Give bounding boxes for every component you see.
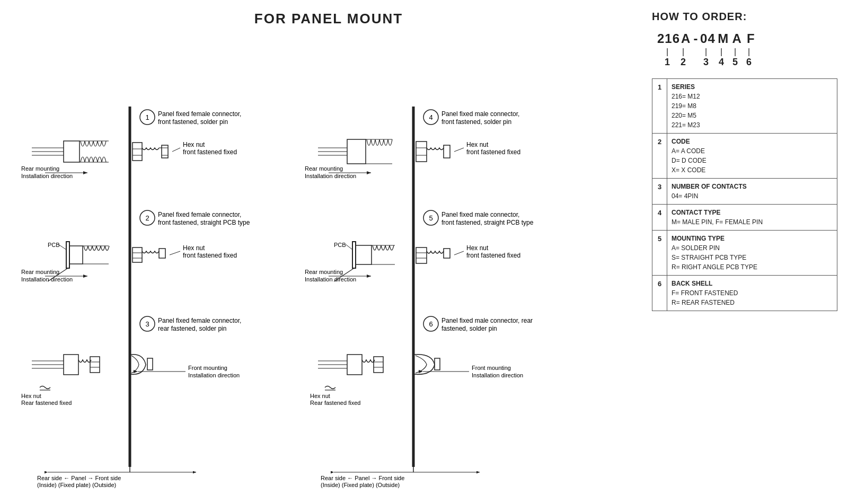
svg-text:3: 3 [145, 320, 149, 328]
svg-text:front fastened, solder pin: front fastened, solder pin [441, 118, 511, 126]
svg-text:Installation direction: Installation direction [188, 372, 240, 378]
svg-text:6: 6 [429, 320, 432, 328]
svg-text:(Inside)    (Fixed plate)  (Ou: (Inside) (Fixed plate) (Outside) [37, 482, 116, 488]
how-to-order-title: HOW TO ORDER: [652, 11, 837, 23]
code-char-1: 216 [657, 31, 680, 46]
svg-text:front fastened fixed: front fastened fixed [466, 148, 520, 156]
svg-text:Rear mounting: Rear mounting [21, 269, 59, 275]
code-separator: - [692, 31, 700, 46]
svg-rect-81 [347, 139, 366, 164]
table-row: 3 NUMBER OF CONTACTS 04= 4PIN [652, 179, 837, 205]
svg-text:Hex nut: Hex nut [183, 244, 205, 252]
svg-rect-101 [356, 245, 372, 264]
diagram-panel: FOR PANEL MOUNT [0, 0, 647, 504]
row-content-6: BACK SHELL F= FRONT FASTENED R= REAR FAS… [667, 276, 837, 311]
svg-text:4: 4 [429, 113, 432, 121]
row-content-2: CODE A= A CODE D= D CODE X= X CODE [667, 134, 837, 179]
row-content-3: NUMBER OF CONTACTS 04= 4PIN [667, 179, 837, 205]
diagram-svg: 1 Panel fixed female connector, front fa… [16, 38, 641, 499]
row-num-2: 2 [652, 134, 667, 179]
svg-text:Rear mounting: Rear mounting [21, 165, 59, 172]
table-row: 4 CONTACT TYPE M= MALE PIN, F= FEMALE PI… [652, 205, 837, 231]
code-char-4: M [718, 31, 729, 46]
svg-text:Hex nut: Hex nut [183, 141, 205, 148]
svg-text:front fastened fixed: front fastened fixed [183, 252, 237, 259]
svg-text:fastened, solder pin: fastened, solder pin [441, 325, 497, 332]
svg-text:Rear side ← Panel → Front side: Rear side ← Panel → Front side [37, 475, 121, 481]
svg-text:Panel fixed male connector,: Panel fixed male connector, [441, 211, 519, 218]
svg-rect-107 [444, 249, 450, 258]
how-to-order-panel: HOW TO ORDER: 216 A - 04 M A F | | | | | [647, 0, 848, 504]
svg-text:Hex nut: Hex nut [466, 141, 489, 148]
svg-text:Hex nut: Hex nut [310, 393, 330, 399]
svg-rect-57 [90, 357, 100, 373]
svg-rect-87 [444, 145, 450, 158]
svg-rect-35 [69, 246, 83, 264]
svg-text:Installation direction: Installation direction [472, 372, 523, 378]
svg-text:Rear mounting: Rear mounting [305, 165, 343, 172]
svg-rect-100 [352, 242, 356, 268]
svg-rect-56 [64, 355, 78, 375]
svg-rect-38 [132, 247, 142, 262]
svg-text:Panel fixed male connector,: Panel fixed male connector, [441, 110, 519, 118]
svg-text:Installation direction: Installation direction [21, 276, 73, 282]
code-char-5: A [731, 31, 743, 46]
svg-line-88 [454, 148, 464, 152]
svg-text:(Inside)    (Fixed plate)  (Ou: (Inside) (Fixed plate) (Outside) [321, 482, 400, 488]
svg-text:Front mounting: Front mounting [472, 365, 511, 371]
table-row: 5 MOUNTING TYPE A= SOLDER PIN S= STRAIGH… [652, 231, 837, 276]
svg-text:front fastened fixed: front fastened fixed [183, 148, 237, 156]
svg-text:1: 1 [145, 113, 149, 121]
svg-text:PCB: PCB [334, 242, 346, 248]
code-index-3: 3 [699, 57, 713, 68]
svg-text:Installation direction: Installation direction [21, 173, 73, 179]
order-code-display: 216 A - 04 M A F | | | | | | 1 2 [652, 31, 837, 68]
svg-rect-122 [347, 355, 362, 375]
svg-text:Rear side ← Panel → Front side: Rear side ← Panel → Front side [321, 475, 404, 481]
svg-rect-104 [416, 247, 427, 263]
svg-text:rear fastened, solder pin: rear fastened, solder pin [158, 325, 226, 332]
code-index-1: 1 [657, 57, 677, 68]
code-index-4: 4 [716, 57, 727, 68]
svg-text:Hex nut: Hex nut [466, 244, 489, 252]
row-content-1: SERIES 216= M12 219= M8 220= M5 221= M23 [667, 79, 837, 134]
svg-text:Panel fixed male connector, re: Panel fixed male connector, rear [441, 317, 533, 324]
row-num-3: 3 [652, 179, 667, 205]
svg-rect-84 [416, 142, 427, 162]
svg-text:front fastened, straight PCB t: front fastened, straight PCB type [441, 219, 534, 226]
svg-text:Rear mounting: Rear mounting [305, 269, 343, 275]
code-index-2: 2 [677, 57, 689, 68]
svg-text:front fastened, solder pin: front fastened, solder pin [158, 118, 228, 126]
table-row: 6 BACK SHELL F= FRONT FASTENED R= REAR F… [652, 276, 837, 311]
svg-text:Rear fastened fixed: Rear fastened fixed [310, 400, 360, 406]
code-char-3: 04 [700, 31, 716, 46]
svg-rect-19 [162, 145, 168, 158]
diagram-area: 1 Panel fixed female connector, front fa… [16, 38, 641, 499]
svg-text:front fastened, straight PCB t: front fastened, straight PCB type [158, 219, 250, 226]
svg-text:Hex nut: Hex nut [21, 393, 41, 399]
svg-rect-15 [132, 143, 142, 161]
svg-text:Panel fixed female connector,: Panel fixed female connector, [158, 110, 241, 118]
page-title: FOR PANEL MOUNT [16, 11, 641, 27]
svg-rect-61 [147, 358, 153, 370]
svg-text:front fastened fixed: front fastened fixed [466, 252, 520, 259]
svg-line-22 [172, 148, 180, 152]
svg-text:Installation direction: Installation direction [305, 173, 356, 179]
table-row: 1 SERIES 216= M12 219= M8 220= M5 221= M… [652, 79, 837, 134]
row-content-5: MOUNTING TYPE A= SOLDER PIN S= STRAIGHT … [667, 231, 837, 276]
svg-text:Front mounting: Front mounting [188, 365, 227, 371]
svg-text:Panel fixed female connector,: Panel fixed female connector, [158, 317, 241, 324]
row-num-5: 5 [652, 231, 667, 276]
code-index-6: 6 [743, 57, 755, 68]
svg-text:Rear fastened fixed: Rear fastened fixed [21, 400, 72, 406]
svg-text:2: 2 [145, 214, 149, 222]
svg-text:PCB: PCB [48, 242, 60, 248]
svg-line-99 [346, 244, 352, 250]
row-num-4: 4 [652, 205, 667, 231]
code-index-5: 5 [729, 57, 741, 68]
table-row: 2 CODE A= A CODE D= D CODE X= X CODE [652, 134, 837, 179]
svg-rect-127 [435, 358, 440, 370]
svg-rect-41 [159, 249, 165, 258]
svg-text:Panel fixed female connector,: Panel fixed female connector, [158, 211, 241, 218]
svg-text:5: 5 [429, 214, 432, 222]
